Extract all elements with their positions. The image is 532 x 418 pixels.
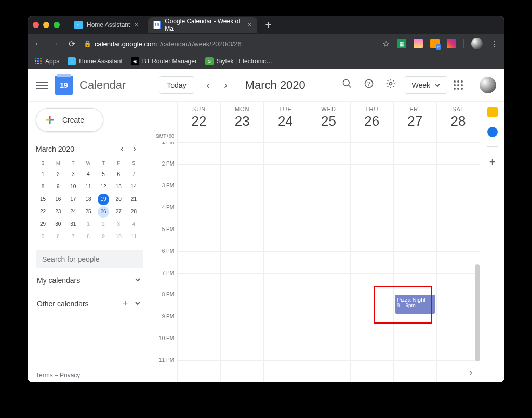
scrollbar[interactable]: [475, 264, 480, 361]
day-header[interactable]: SAT28: [436, 102, 480, 142]
view-selector[interactable]: Week: [405, 76, 447, 94]
mini-day[interactable]: 5: [98, 169, 109, 180]
mini-day[interactable]: 6: [113, 169, 124, 180]
mini-day[interactable]: 3: [68, 169, 79, 180]
mini-day[interactable]: 25: [83, 206, 94, 218]
mini-day[interactable]: 31: [68, 219, 79, 230]
mini-day[interactable]: 10: [68, 181, 79, 193]
day-column[interactable]: [263, 142, 307, 382]
mini-day[interactable]: 24: [68, 206, 79, 218]
day-header[interactable]: TUE24: [263, 102, 307, 142]
week-grid[interactable]: 1 PM2 PM3 PM4 PM5 PM6 PM7 PM8 PM9 PM10 P…: [148, 142, 480, 382]
forward-button[interactable]: →: [50, 39, 60, 48]
mini-day[interactable]: 23: [52, 206, 64, 218]
mini-day[interactable]: 20: [113, 194, 124, 205]
mini-prev-month[interactable]: ‹: [116, 143, 128, 154]
mini-day[interactable]: 1: [37, 169, 49, 180]
mini-day[interactable]: 27: [113, 206, 124, 218]
reload-button[interactable]: ⟳: [67, 39, 76, 49]
bookmark-item[interactable]: S Siytek | Electronic…: [205, 57, 272, 65]
my-calendars-toggle[interactable]: My calendars: [36, 268, 148, 292]
mini-day[interactable]: 3: [113, 219, 124, 230]
add-calendar-icon[interactable]: +: [119, 298, 131, 309]
other-calendars-toggle[interactable]: Other calendars +: [36, 292, 148, 315]
mini-day[interactable]: 9: [52, 181, 64, 193]
settings-icon[interactable]: [383, 78, 398, 91]
mini-day[interactable]: 9: [98, 231, 109, 242]
day-column[interactable]: [350, 142, 393, 382]
maximize-window[interactable]: [54, 22, 60, 28]
tab-google-calendar[interactable]: 19 Google Calendar - Week of Ma ×: [148, 17, 257, 33]
mini-day[interactable]: 7: [128, 169, 139, 180]
day-column[interactable]: [177, 142, 220, 382]
mini-day[interactable]: 21: [128, 194, 139, 205]
mini-day[interactable]: 15: [37, 194, 49, 205]
mini-day[interactable]: 8: [37, 181, 49, 193]
day-header[interactable]: SUN22: [177, 102, 220, 142]
day-header[interactable]: MON23: [220, 102, 263, 142]
main-menu-icon[interactable]: [36, 82, 48, 89]
search-people-input[interactable]: [36, 250, 143, 268]
mini-day[interactable]: 4: [128, 219, 139, 230]
close-tab-icon[interactable]: ×: [134, 21, 138, 29]
mini-day[interactable]: 17: [68, 194, 79, 205]
mini-day[interactable]: 16: [52, 194, 64, 205]
close-window[interactable]: [33, 22, 39, 28]
mini-day[interactable]: 18: [83, 194, 94, 205]
mini-day[interactable]: 8: [83, 231, 94, 242]
day-header[interactable]: WED25: [307, 102, 350, 142]
mini-next-month[interactable]: ›: [128, 143, 141, 154]
extension-icon[interactable]: ▦: [397, 39, 406, 48]
show-side-panel-icon[interactable]: ›: [469, 367, 472, 378]
help-icon[interactable]: ?: [361, 78, 377, 91]
add-ons-icon[interactable]: +: [489, 156, 496, 168]
mini-day[interactable]: 2: [52, 169, 64, 180]
mini-day[interactable]: 13: [113, 181, 124, 193]
minimize-window[interactable]: [43, 22, 49, 28]
calendar-event[interactable]: Pizza Night8 – 9pm: [395, 295, 435, 314]
mini-day[interactable]: 5: [37, 231, 49, 242]
back-button[interactable]: ←: [34, 39, 43, 48]
terms-link[interactable]: Terms: [36, 372, 53, 379]
mini-day[interactable]: 1: [83, 219, 94, 230]
bookmark-item[interactable]: ⌂ Home Assistant: [68, 57, 122, 65]
day-column[interactable]: [220, 142, 263, 382]
keep-icon[interactable]: [487, 107, 498, 117]
date-range-label[interactable]: March 2020: [245, 78, 305, 92]
close-tab-icon[interactable]: ×: [247, 21, 251, 29]
mini-day[interactable]: 7: [68, 231, 79, 242]
next-week-button[interactable]: ›: [218, 79, 234, 91]
mini-day[interactable]: 22: [37, 206, 49, 218]
mini-day[interactable]: 6: [52, 231, 64, 242]
day-column[interactable]: [436, 142, 480, 382]
google-apps-icon[interactable]: [454, 80, 469, 90]
url-field[interactable]: 🔒 calendar.google.com/calendar/r/week/20…: [84, 40, 375, 48]
mini-day[interactable]: 4: [83, 169, 94, 180]
apps-bookmark[interactable]: Apps: [34, 57, 59, 65]
mini-day[interactable]: 12: [98, 181, 109, 193]
extension-icon[interactable]: [414, 39, 423, 48]
privacy-link[interactable]: Privacy: [60, 372, 80, 379]
today-button[interactable]: Today: [159, 76, 194, 94]
day-header[interactable]: FRI27: [393, 102, 436, 142]
mini-day[interactable]: 26: [98, 206, 109, 218]
account-avatar[interactable]: [480, 77, 496, 93]
mini-day[interactable]: 10: [113, 231, 124, 242]
mini-day[interactable]: 11: [83, 181, 94, 193]
new-tab-button[interactable]: +: [261, 19, 276, 31]
tab-home-assistant[interactable]: ⌂ Home Assistant ×: [69, 17, 144, 33]
mini-day[interactable]: 14: [128, 181, 139, 193]
mini-day[interactable]: 28: [128, 206, 139, 218]
mini-day[interactable]: 30: [52, 219, 64, 230]
browser-menu-icon[interactable]: ⋮: [490, 39, 498, 49]
profile-avatar[interactable]: [471, 38, 483, 49]
prev-week-button[interactable]: ‹: [201, 79, 216, 91]
tasks-icon[interactable]: [487, 127, 498, 137]
day-column[interactable]: Pizza Night8 – 9pm: [393, 142, 436, 382]
mini-day[interactable]: 19: [98, 194, 109, 205]
day-header[interactable]: THU26: [350, 102, 393, 142]
day-column[interactable]: [307, 142, 350, 382]
mini-day[interactable]: 11: [128, 231, 139, 242]
search-icon[interactable]: [339, 78, 355, 91]
bookmark-item[interactable]: ◉ BT Router Manager: [131, 57, 197, 65]
